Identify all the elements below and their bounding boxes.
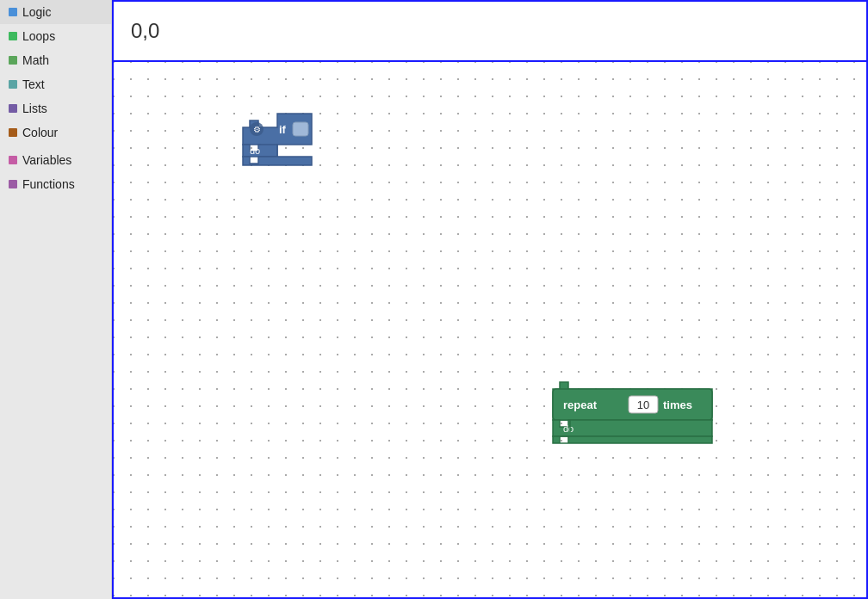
svg-text:do: do xyxy=(563,423,574,434)
if-block-svg: ⚙ if do xyxy=(243,114,320,170)
repeat-block[interactable]: repeat 10 times do xyxy=(553,389,712,442)
sidebar-item-variables[interactable]: Variables xyxy=(0,148,111,172)
colour-color-dot xyxy=(9,128,17,137)
sidebar-item-variables-label: Variables xyxy=(22,153,71,167)
sidebar-item-loops-label: Loops xyxy=(22,29,55,43)
sidebar-item-logic-label: Logic xyxy=(22,5,51,19)
sidebar-item-math[interactable]: Math xyxy=(0,48,111,72)
if-block[interactable]: ⚙ if do xyxy=(243,114,319,165)
main-area: 0,0 ⚙ if do xyxy=(112,0,868,599)
coordinates-display: 0,0 xyxy=(131,19,159,43)
math-color-dot xyxy=(9,56,17,65)
svg-text:times: times xyxy=(663,398,692,411)
sidebar-item-text-label: Text xyxy=(22,77,45,91)
sidebar-item-colour-label: Colour xyxy=(22,126,58,139)
lists-color-dot xyxy=(9,104,17,113)
sidebar-item-lists[interactable]: Lists xyxy=(0,96,111,120)
svg-text:do: do xyxy=(250,145,260,156)
sidebar-item-loops[interactable]: Loops xyxy=(0,24,111,48)
sidebar-item-math-label: Math xyxy=(22,53,49,67)
svg-text:⚙: ⚙ xyxy=(253,125,261,134)
sidebar-item-functions[interactable]: Functions xyxy=(0,172,111,196)
sidebar-item-logic[interactable]: Logic xyxy=(0,0,111,24)
topbar: 0,0 xyxy=(112,0,868,60)
svg-text:if: if xyxy=(279,123,287,136)
sidebar-item-functions-label: Functions xyxy=(22,177,75,191)
loops-color-dot xyxy=(9,32,17,40)
canvas-area[interactable]: ⚙ if do repeat xyxy=(112,60,868,599)
sidebar-item-lists-label: Lists xyxy=(22,102,47,115)
svg-text:10: 10 xyxy=(637,398,649,411)
text-color-dot xyxy=(9,80,17,89)
sidebar-item-text[interactable]: Text xyxy=(0,72,111,96)
sidebar-item-colour[interactable]: Colour xyxy=(0,120,111,145)
svg-text:repeat: repeat xyxy=(563,398,598,411)
logic-color-dot xyxy=(9,8,17,16)
variables-color-dot xyxy=(9,156,17,164)
repeat-block-svg: repeat 10 times do xyxy=(553,389,721,449)
sidebar: Logic Loops Math Text Lists Colour Varia… xyxy=(0,0,112,599)
functions-color-dot xyxy=(9,180,17,188)
svg-rect-3 xyxy=(293,122,308,136)
